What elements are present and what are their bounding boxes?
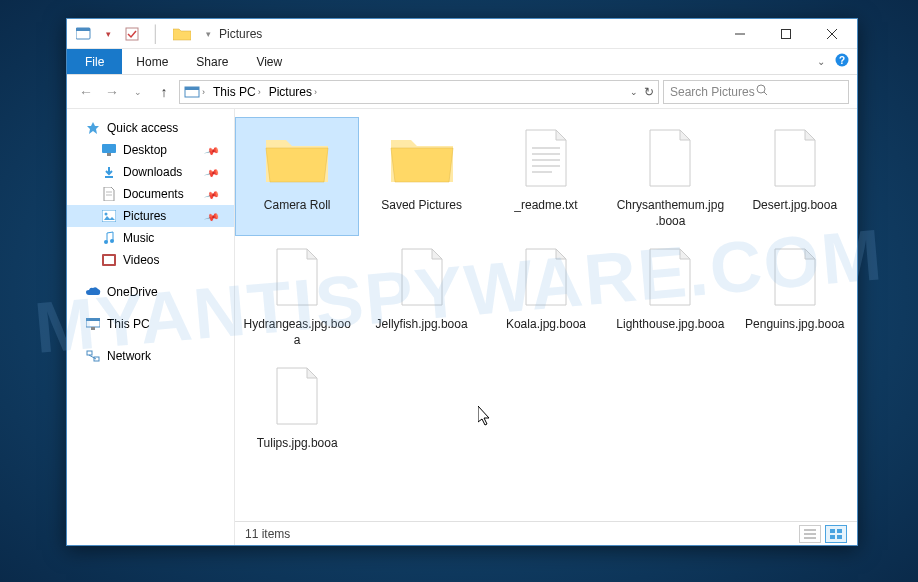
tab-share[interactable]: Share: [182, 49, 242, 74]
address-bar[interactable]: › This PC › Pictures › ⌄ ↻: [179, 80, 659, 104]
minimize-button[interactable]: [717, 19, 763, 48]
svg-rect-28: [94, 357, 99, 361]
sidebar-item-label: Quick access: [107, 121, 178, 135]
search-input[interactable]: Search Pictures: [663, 80, 849, 104]
file-item[interactable]: Lighthouse.jpg.booa: [608, 236, 732, 355]
view-details-button[interactable]: [799, 525, 821, 543]
address-dropdown-icon[interactable]: ⌄: [630, 87, 638, 97]
folder-item[interactable]: Camera Roll: [235, 117, 359, 236]
back-button[interactable]: ←: [75, 81, 97, 103]
expand-ribbon-icon[interactable]: ⌄: [817, 56, 825, 67]
blank-file-icon: [258, 362, 336, 430]
qat-checkbox-icon[interactable]: [121, 23, 143, 45]
sidebar-item-label: Network: [107, 349, 151, 363]
file-grid[interactable]: Camera RollSaved Pictures_readme.txtChry…: [235, 109, 857, 521]
view-icons-button[interactable]: [825, 525, 847, 543]
sidebar-item-desktop[interactable]: Desktop 📌: [67, 139, 234, 161]
ribbon: File Home Share View ⌄ ?: [67, 49, 857, 75]
chevron-right-icon[interactable]: ›: [314, 87, 317, 97]
breadcrumb-pictures[interactable]: Pictures ›: [265, 85, 321, 99]
item-label: Chrysanthemum.jpg.booa: [615, 198, 725, 229]
tab-file[interactable]: File: [67, 49, 122, 74]
folder-icon: [383, 124, 461, 192]
file-item[interactable]: Chrysanthemum.jpg.booa: [608, 117, 732, 236]
folder-icon: [258, 124, 336, 192]
sidebar-quick-access[interactable]: Quick access: [67, 117, 234, 139]
tab-view[interactable]: View: [242, 49, 296, 74]
svg-rect-4: [782, 29, 791, 38]
forward-button[interactable]: →: [101, 81, 123, 103]
sidebar-item-label: Desktop: [123, 143, 167, 157]
sidebar-onedrive[interactable]: OneDrive: [67, 281, 234, 303]
file-item[interactable]: Penguins.jpg.booa: [733, 236, 857, 355]
sidebar-item-label: Downloads: [123, 165, 182, 179]
sidebar-item-music[interactable]: Music: [67, 227, 234, 249]
svg-text:?: ?: [839, 55, 845, 66]
file-item[interactable]: Koala.jpg.booa: [484, 236, 608, 355]
file-item[interactable]: _readme.txt: [484, 117, 608, 236]
pin-icon: 📌: [204, 164, 220, 180]
status-bar: 11 items: [235, 521, 857, 545]
pin-icon: 📌: [204, 142, 220, 158]
recent-dropdown-icon[interactable]: ⌄: [127, 81, 149, 103]
svg-point-21: [110, 239, 114, 243]
sidebar-item-downloads[interactable]: Downloads 📌: [67, 161, 234, 183]
properties-icon[interactable]: [73, 23, 95, 45]
main-pane: Camera RollSaved Pictures_readme.txtChry…: [235, 109, 857, 545]
svg-line-12: [764, 92, 767, 95]
file-item[interactable]: Jellyfish.jpg.booa: [359, 236, 483, 355]
svg-rect-41: [837, 535, 842, 539]
sidebar-item-label: OneDrive: [107, 285, 158, 299]
sidebar-item-pictures[interactable]: Pictures 📌: [67, 205, 234, 227]
blank-file-icon: [383, 243, 461, 311]
item-label: Tulips.jpg.booa: [242, 436, 352, 466]
sidebar-item-videos[interactable]: Videos: [67, 249, 234, 271]
qat-dropdown-icon[interactable]: ▾: [97, 23, 119, 45]
svg-rect-25: [86, 318, 100, 321]
breadcrumb-thispc[interactable]: This PC ›: [209, 85, 265, 99]
maximize-button[interactable]: [763, 19, 809, 48]
svg-rect-27: [87, 351, 92, 355]
file-item[interactable]: Tulips.jpg.booa: [235, 355, 359, 473]
computer-icon: [85, 316, 101, 332]
chevron-right-icon[interactable]: ›: [202, 87, 205, 97]
svg-point-20: [104, 240, 108, 244]
close-button[interactable]: [809, 19, 855, 48]
quick-access-toolbar: ▾ │: [69, 23, 167, 45]
svg-point-11: [757, 85, 765, 93]
sidebar-item-label: Videos: [123, 253, 159, 267]
search-placeholder: Search Pictures: [670, 85, 756, 99]
svg-rect-38: [830, 529, 835, 533]
svg-rect-18: [102, 210, 116, 222]
sidebar-network[interactable]: Network: [67, 345, 234, 367]
folder-item[interactable]: Saved Pictures: [359, 117, 483, 236]
refresh-icon[interactable]: ↻: [644, 85, 654, 99]
sidebar-thispc[interactable]: This PC: [67, 313, 234, 335]
cloud-icon: [85, 284, 101, 300]
address-root-icon[interactable]: ›: [180, 85, 209, 99]
folder-app-icon: [173, 27, 191, 41]
pin-icon: 📌: [204, 208, 220, 224]
text-file-icon: [507, 124, 585, 192]
svg-rect-10: [185, 87, 199, 90]
chevron-right-icon[interactable]: ›: [258, 87, 261, 97]
help-icon[interactable]: ?: [835, 53, 849, 70]
download-icon: [101, 164, 117, 180]
blank-file-icon: [507, 243, 585, 311]
item-label: Desert.jpg.booa: [740, 198, 850, 228]
network-icon: [85, 348, 101, 364]
search-icon[interactable]: [756, 84, 842, 99]
item-label: Koala.jpg.booa: [491, 317, 601, 347]
file-item[interactable]: Hydrangeas.jpg.booa: [235, 236, 359, 355]
svg-rect-26: [91, 327, 95, 330]
svg-rect-23: [104, 256, 114, 264]
titlebar: ▾ │ ▾ Pictures: [67, 19, 857, 49]
item-count: 11 items: [245, 527, 290, 541]
up-button[interactable]: ↑: [153, 81, 175, 103]
file-item[interactable]: Desert.jpg.booa: [733, 117, 857, 236]
item-label: Jellyfish.jpg.booa: [367, 317, 477, 347]
tab-home[interactable]: Home: [122, 49, 182, 74]
sidebar-item-documents[interactable]: Documents 📌: [67, 183, 234, 205]
item-label: Hydrangeas.jpg.booa: [242, 317, 352, 348]
title-dropdown-icon[interactable]: ▾: [197, 23, 219, 45]
